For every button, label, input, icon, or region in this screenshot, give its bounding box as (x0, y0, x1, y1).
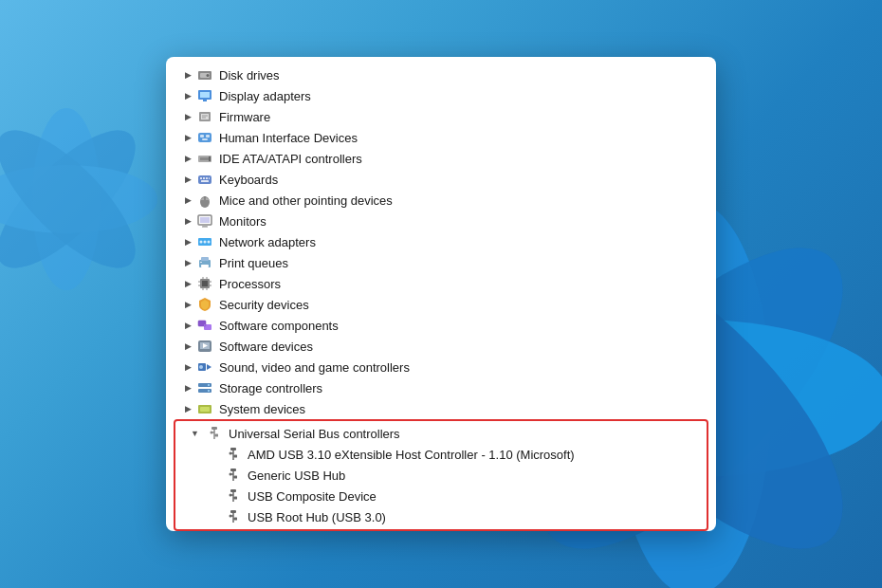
tree-item-network-adapters[interactable]: ▶ Network adapters (166, 231, 716, 252)
monitors-icon (196, 212, 213, 230)
svg-point-106 (230, 515, 232, 518)
chevron-right-icon: ▶ (181, 89, 194, 102)
tree-item-system-devices[interactable]: ▶ System devices (166, 398, 716, 419)
svg-rect-107 (234, 518, 237, 521)
human-interface-icon (196, 129, 213, 146)
usb-header[interactable]: ▼ Universal Serial Bus controllers (175, 423, 707, 444)
svg-point-71 (199, 365, 203, 369)
processors-label: Processors (219, 277, 281, 291)
usb-icon (206, 425, 223, 442)
chevron-down-icon: ▼ (191, 429, 204, 438)
print-queues-icon (196, 254, 213, 271)
sound-video-label: Sound, video and game controllers (219, 360, 410, 375)
tree-item-security-devices[interactable]: ▶ Security devices (166, 294, 716, 315)
sound-video-icon (196, 358, 213, 376)
software-components-label: Software components (219, 319, 339, 333)
chevron-right-icon: ▶ (181, 131, 194, 144)
keyboards-icon (196, 171, 213, 188)
display-adapters-icon (196, 87, 213, 104)
tree-item-monitors[interactable]: ▶ Monitors (166, 211, 716, 231)
svg-point-75 (208, 390, 210, 392)
usb-section: ▼ Universal Serial Bus controllers AMD U… (174, 419, 708, 531)
svg-rect-27 (200, 135, 204, 138)
svg-rect-102 (230, 510, 236, 513)
svg-rect-78 (211, 427, 217, 430)
tree-item-print-queues[interactable]: ▶ Print queues (166, 252, 716, 273)
svg-point-88 (230, 452, 232, 455)
tree-item-firmware[interactable]: ▶ Firmware (166, 106, 716, 127)
svg-rect-33 (198, 175, 211, 184)
security-devices-label: Security devices (219, 298, 309, 312)
security-devices-icon (196, 296, 213, 313)
chevron-right-icon: ▶ (181, 256, 194, 269)
svg-rect-21 (203, 100, 207, 101)
svg-rect-38 (201, 180, 209, 182)
usb-child-amd[interactable]: AMD USB 3.10 eXtensible Host Controller … (175, 444, 707, 465)
device-manager-panel: ▶ Disk drives ▶ Display adapters ▶ Firmw… (166, 57, 716, 531)
monitors-label: Monitors (219, 214, 266, 229)
tree-item-disk-drives[interactable]: ▶ Disk drives (166, 64, 716, 85)
usb-device-icon (225, 446, 242, 463)
tree-item-processors[interactable]: ▶ Processors (166, 273, 716, 294)
disk-drives-icon (196, 66, 213, 83)
tree-item-software-devices[interactable]: ▶ Software devices (166, 336, 716, 357)
svg-point-82 (211, 432, 213, 434)
svg-rect-84 (230, 448, 236, 450)
keyboards-label: Keyboards (219, 173, 278, 187)
chevron-right-icon: ▶ (181, 381, 194, 395)
mice-icon (196, 192, 213, 209)
software-components-icon (196, 317, 213, 334)
usb-child-generic-hub[interactable]: Generic USB Hub (175, 465, 707, 486)
tree-item-ide-atapi[interactable]: ▶ IDE ATA/ATAPI controllers (166, 148, 716, 169)
svg-rect-42 (200, 217, 210, 223)
chevron-right-icon: ▶ (181, 173, 194, 186)
chevron-right-icon: ▶ (181, 402, 194, 415)
human-interface-label: Human Interface Devices (219, 131, 358, 145)
svg-rect-28 (206, 135, 210, 138)
svg-rect-23 (201, 114, 209, 119)
ide-atapi-icon (196, 150, 213, 167)
ide-atapi-label: IDE ATA/ATAPI controllers (219, 152, 362, 166)
usb-child-composite[interactable]: USB Composite Device (175, 486, 707, 506)
tree-item-mice[interactable]: ▶ Mice and other pointing devices (166, 190, 716, 211)
chevron-right-icon: ▶ (181, 68, 194, 82)
svg-rect-36 (206, 177, 208, 179)
chevron-right-icon: ▶ (181, 214, 194, 228)
svg-rect-50 (201, 257, 209, 261)
svg-marker-70 (207, 364, 211, 370)
network-adapters-label: Network adapters (219, 235, 316, 249)
disk-drives-label: Disk drives (219, 68, 280, 83)
mice-label: Mice and other pointing devices (219, 193, 393, 208)
chevron-right-icon: ▶ (181, 319, 194, 332)
svg-rect-34 (200, 177, 202, 179)
software-devices-icon (196, 338, 213, 355)
chevron-right-icon: ▶ (181, 277, 194, 290)
svg-rect-35 (203, 177, 205, 179)
svg-rect-51 (201, 265, 209, 267)
usb-child-amd-label: AMD USB 3.10 eXtensible Host Controller … (248, 448, 575, 462)
system-devices-icon (196, 400, 213, 417)
tree-item-keyboards[interactable]: ▶ Keyboards (166, 169, 716, 190)
svg-rect-95 (234, 476, 237, 479)
usb-child-root-hub-label: USB Root Hub (USB 3.0) (248, 510, 386, 524)
chevron-right-icon: ▶ (181, 340, 194, 353)
tree-item-sound-video[interactable]: ▶ Sound, video and game controllers (166, 357, 716, 377)
chevron-right-icon: ▶ (181, 110, 194, 123)
usb-device-icon (225, 508, 242, 525)
usb-child-generic-hub-label: Generic USB Hub (248, 469, 345, 483)
firmware-label: Firmware (219, 110, 270, 124)
tree-item-human-interface[interactable]: ▶ Human Interface Devices (166, 127, 716, 148)
svg-rect-54 (202, 281, 208, 286)
svg-rect-31 (200, 157, 210, 160)
svg-point-74 (208, 384, 210, 386)
firmware-icon (196, 108, 213, 125)
tree-item-storage-controllers[interactable]: ▶ Storage controllers (166, 377, 716, 398)
print-queues-label: Print queues (219, 256, 288, 270)
usb-child-composite-label: USB Composite Device (248, 489, 377, 504)
svg-rect-52 (200, 262, 202, 263)
usb-header-label: Universal Serial Bus controllers (229, 427, 400, 441)
network-adapters-icon (196, 233, 213, 250)
tree-item-software-components[interactable]: ▶ Software components (166, 315, 716, 336)
usb-child-root-hub[interactable]: USB Root Hub (USB 3.0) (175, 506, 707, 527)
tree-item-display-adapters[interactable]: ▶ Display adapters (166, 85, 716, 106)
